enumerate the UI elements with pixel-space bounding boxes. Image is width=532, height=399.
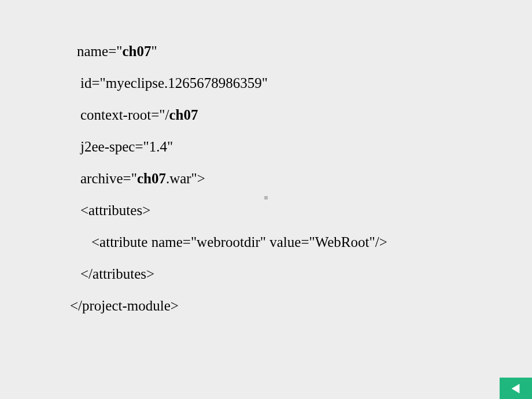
- bold-value: ch07: [169, 107, 198, 123]
- text-fragment: name=": [77, 43, 122, 59]
- triangle-left-icon: [509, 382, 522, 395]
- text-fragment: ": [151, 43, 157, 59]
- code-line-project-close: </project-module>: [70, 298, 532, 313]
- marker-square: [264, 196, 268, 200]
- nav-back-button[interactable]: [500, 378, 532, 399]
- bold-value: ch07: [122, 43, 151, 59]
- text-fragment: </project-module>: [70, 298, 179, 313]
- bold-value: ch07: [137, 171, 166, 186]
- text-fragment: context-root="/: [80, 107, 169, 123]
- text-fragment: archive=": [80, 171, 137, 186]
- code-line-context: context-root="/ch07: [77, 108, 532, 122]
- svg-marker-0: [512, 383, 520, 393]
- text-fragment: id="myeclipse.1265678986359": [80, 75, 268, 91]
- text-fragment: </attributes>: [80, 266, 154, 282]
- code-line-j2ee: j2ee-spec="1.4": [77, 139, 532, 154]
- code-line-attribute-element: <attribute name="webrootdir" value="WebR…: [77, 235, 532, 249]
- code-line-attributes-open: <attributes>: [77, 203, 532, 217]
- text-fragment: <attribute name="webrootdir" value="WebR…: [91, 234, 387, 250]
- code-line-archive: archive="ch07.war">: [77, 171, 532, 186]
- code-line-id: id="myeclipse.1265678986359": [77, 76, 532, 90]
- code-line-name: name="ch07": [77, 44, 532, 58]
- text-fragment: .war">: [166, 171, 205, 186]
- text-fragment: <attributes>: [80, 202, 150, 218]
- code-line-attributes-close: </attributes>: [77, 267, 532, 281]
- text-fragment: j2ee-spec="1.4": [80, 139, 173, 154]
- code-content: name="ch07" id="myeclipse.1265678986359"…: [0, 0, 532, 313]
